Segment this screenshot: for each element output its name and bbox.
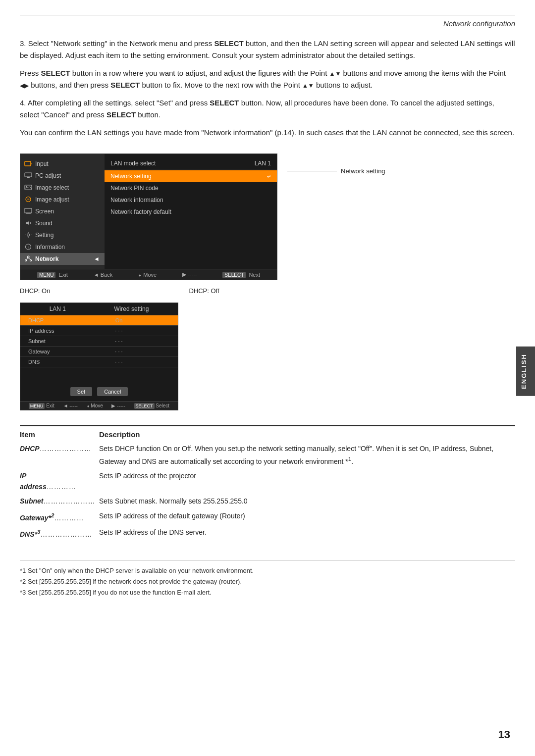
menu-right: LAN mode select LAN 1 Network setting ↵ … xyxy=(105,154,277,269)
svg-point-8 xyxy=(27,234,30,236)
table-row-dhcp: DHCP………………… Sets DHCP function On or Off… xyxy=(20,444,515,467)
svg-point-4 xyxy=(26,186,27,187)
step3-select3: SELECT xyxy=(110,81,140,89)
step3-text: 3. Select "Network setting" in the Netwo… xyxy=(20,38,515,61)
dhcp-area: LAN 1 Wired setting DHCP On IP address ·… xyxy=(20,302,515,410)
item-gateway: Gateway*2………… xyxy=(20,511,79,523)
menu-item-network: Network ◄ xyxy=(20,253,105,265)
input-icon xyxy=(24,160,32,167)
network-arrow: ◄ xyxy=(94,255,100,262)
footnote-3: *3 Set [255.255.255.255] if you do not u… xyxy=(20,587,515,598)
step3-sub: Press SELECT button in a row where you w… xyxy=(20,67,515,91)
item-dhcp: DHCP………………… xyxy=(20,444,79,467)
enter-icon: ↵ xyxy=(267,174,271,179)
menu-right-item-factory: Network factory default xyxy=(105,206,277,218)
table-section: Item Description DHCP………………… Sets DHCP f… xyxy=(20,425,515,540)
set-button[interactable]: Set xyxy=(70,387,93,396)
callout-line xyxy=(287,171,337,171)
wired-spacer xyxy=(20,367,178,382)
step4-text: 4. After completing all the settings, se… xyxy=(20,97,515,121)
menu-item-input: Input xyxy=(20,158,105,170)
item-dns: DNS*3………………… xyxy=(20,527,79,540)
lan-mode-value: LAN 1 xyxy=(255,160,271,167)
footnotes: *1 Set "On" only when the DHCP server is… xyxy=(20,560,515,598)
pc-adjust-icon xyxy=(24,172,32,179)
page-container: Network configuration 3. Select "Network… xyxy=(20,0,515,628)
menu-item-setting: Setting xyxy=(20,229,105,241)
dhcp-on-label: DHCP: On xyxy=(20,287,50,295)
wired-row-ip: IP address · · · xyxy=(20,326,178,336)
step3-select2: SELECT xyxy=(41,69,70,77)
cancel-button[interactable]: Cancel xyxy=(97,387,128,396)
step4-select1: SELECT xyxy=(210,99,239,107)
step4-select2: SELECT xyxy=(107,110,136,119)
wired-setting-label: Wired setting xyxy=(114,305,149,312)
menu-right-item-network-setting: Network setting ↵ xyxy=(105,170,277,182)
desc-subnet: Sets Subnet mask. Normally sets 255.255.… xyxy=(99,496,515,507)
wired-row-dns: DNS · · · xyxy=(20,357,178,367)
wired-row-gateway: Gateway · · · xyxy=(20,347,178,357)
menu-area: Input PC adjust Image select xyxy=(20,153,515,280)
network-setting-callout: Network setting xyxy=(287,167,385,175)
desc-dns: Sets IP address of the DNS server. xyxy=(99,527,515,540)
step4-sub: You can confirm the LAN settings you hav… xyxy=(20,127,515,139)
sound-icon xyxy=(24,220,32,227)
language-tab: ENGLISH xyxy=(516,347,535,396)
wired-buttons: Set Cancel xyxy=(20,382,178,401)
wired-key-select: SELECT xyxy=(134,403,155,409)
callout-text: Network setting xyxy=(341,167,385,175)
menu-item-image-adjust: Image adjust xyxy=(20,194,105,205)
lan1-label: LAN 1 xyxy=(50,305,66,312)
image-adjust-icon xyxy=(24,196,32,203)
menu-bottom-bar: MENU Exit ◄ Back ⬧ Move ▶ ----- SELECT N… xyxy=(20,269,277,280)
col-desc-header: Description xyxy=(99,430,515,439)
wired-row-dhcp: DHCP On xyxy=(20,315,178,326)
menu-key-menu: MENU xyxy=(37,272,55,278)
menu-item-image-select: Image select xyxy=(20,182,105,194)
network-setting-label: Network setting xyxy=(110,173,152,180)
table-row-ip: IP address………… Sets IP address of the pr… xyxy=(20,471,515,492)
menu-key-select: SELECT xyxy=(222,272,246,278)
item-ip: IP address………… xyxy=(20,471,79,492)
svg-point-11 xyxy=(27,256,29,258)
image-select-icon xyxy=(24,184,32,191)
step3-num: 3. Select "Network setting" in the Netwo… xyxy=(20,39,214,48)
svg-point-13 xyxy=(30,260,32,261)
menu-item-input-label: Input xyxy=(35,160,49,167)
menu-right-header: LAN mode select LAN 1 xyxy=(105,158,277,169)
page-header: Network configuration xyxy=(20,15,515,28)
svg-rect-2 xyxy=(27,177,30,178)
lan-mode-label: LAN mode select xyxy=(110,160,156,167)
table-row-dns: DNS*3………………… Sets IP address of the DNS … xyxy=(20,527,515,540)
menu-item-pc-adjust-label: PC adjust xyxy=(35,172,61,179)
setting-icon xyxy=(24,232,32,239)
menu-right-item-pin-code: Network PIN code xyxy=(105,182,277,194)
menu-left: Input PC adjust Image select xyxy=(20,154,105,269)
svg-rect-6 xyxy=(25,208,32,213)
menu-item-screen-label: Screen xyxy=(35,208,54,215)
svg-point-12 xyxy=(25,260,27,261)
wired-row-subnet: Subnet · · · xyxy=(20,336,178,347)
menu-screenshot: Input PC adjust Image select xyxy=(20,153,277,280)
wired-bottom-bar: MENU Exit ◄ ----- ⬧ Move ▶ ----- SELECT … xyxy=(20,401,178,410)
step3-select1: SELECT xyxy=(214,39,244,48)
menu-item-information-label: Information xyxy=(35,244,65,251)
dhcp-off-label: DHCP: Off xyxy=(189,287,219,295)
menu-item-network-label: Network xyxy=(35,255,58,262)
menu-item-information: i Information xyxy=(20,241,105,253)
menu-item-image-select-label: Image select xyxy=(35,184,69,191)
svg-text:i: i xyxy=(28,245,29,250)
svg-rect-1 xyxy=(25,173,32,177)
footnote-1: *1 Set "On" only when the DHCP server is… xyxy=(20,565,515,576)
page-number: 13 xyxy=(498,728,510,741)
desc-ip: Sets IP address of the projector xyxy=(99,471,515,492)
menu-item-sound-label: Sound xyxy=(35,220,53,227)
wired-key-menu: MENU xyxy=(29,403,45,409)
screen-icon xyxy=(24,208,32,215)
menu-item-setting-label: Setting xyxy=(35,232,54,239)
table-header-row: Item Description xyxy=(20,430,515,439)
menu-item-image-adjust-label: Image adjust xyxy=(35,196,69,203)
wired-panel: LAN 1 Wired setting DHCP On IP address ·… xyxy=(20,302,178,410)
menu-right-item-info: Network information xyxy=(105,194,277,206)
footnote-2: *2 Set [255.255.255.255] if the network … xyxy=(20,576,515,587)
